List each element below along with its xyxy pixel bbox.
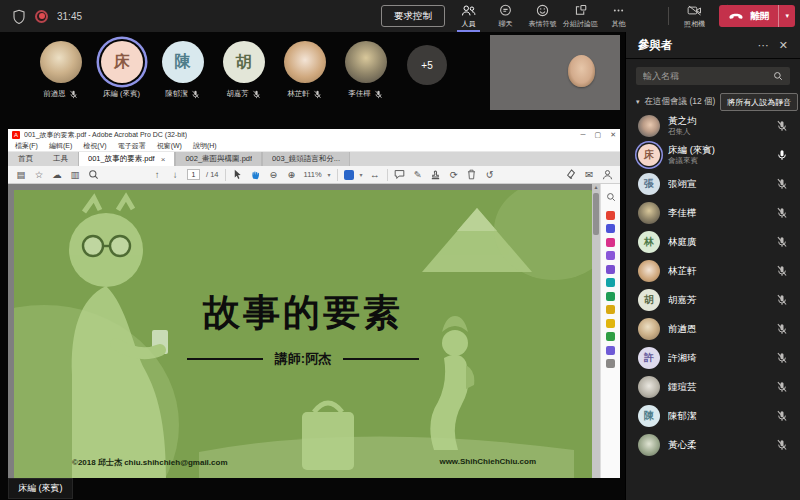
document-tab[interactable]: 002_畫面與構圖.pdf [175, 152, 262, 166]
document-tab[interactable]: 003_鏡頭語言和分... [262, 152, 350, 166]
account-icon[interactable] [601, 168, 613, 181]
cloud-icon[interactable]: ☁ [51, 168, 63, 181]
tab-people[interactable]: 人員 [450, 0, 487, 32]
menu-item[interactable]: 說明(H) [193, 141, 217, 151]
participant-tile[interactable]: 床 床編 (來賓) [91, 32, 152, 99]
mail-icon[interactable]: ✉ [583, 168, 595, 181]
participant-tile[interactable]: 陳 陳郁潔 [152, 32, 213, 99]
menu-item[interactable]: 電子簽署 [118, 141, 146, 151]
section-collapse-icon[interactable]: ▾ [636, 98, 640, 106]
mic-status-icon[interactable] [776, 207, 788, 219]
menu-item[interactable]: 編輯(E) [49, 141, 72, 151]
mic-status-icon[interactable] [776, 294, 788, 306]
participant-row[interactable]: 林 林庭廣 [626, 227, 800, 256]
organizer-video-tile[interactable] [490, 35, 620, 110]
participant-row[interactable]: 黃心柔 [626, 430, 800, 459]
comment-icon[interactable] [394, 168, 406, 181]
menu-item[interactable]: 視窗(W) [157, 141, 182, 151]
stamp-icon[interactable] [430, 168, 442, 181]
mic-status-icon[interactable] [776, 352, 788, 364]
mute-all-button[interactable]: 將所有人設為靜音 [720, 93, 798, 111]
mic-status-icon[interactable] [776, 120, 788, 132]
mic-status-icon[interactable] [776, 265, 788, 277]
rotate-icon[interactable]: ⟳ [448, 168, 460, 181]
camera-toggle-button[interactable]: 照相機 [676, 0, 713, 32]
zoom-out-icon[interactable]: ⊖ [268, 168, 280, 181]
comment-tool-icon[interactable] [606, 224, 615, 233]
participant-tile[interactable]: 前遒恩 [30, 32, 91, 99]
mic-status-icon[interactable] [776, 439, 788, 451]
compress-pdf-tool-icon[interactable] [606, 251, 615, 260]
tab-breakout-rooms[interactable]: 分組討論區 [561, 0, 600, 32]
more-tools-icon[interactable] [606, 359, 615, 368]
find-icon[interactable] [87, 168, 99, 181]
request-control-button[interactable]: 要求控制 [381, 5, 445, 27]
select-tool-icon[interactable] [232, 168, 244, 181]
participant-row[interactable]: 前遒恩 [626, 314, 800, 343]
menu-item[interactable]: 檢視(V) [83, 141, 106, 151]
leave-button[interactable]: 離開 ▾ [719, 5, 795, 27]
tab-more[interactable]: 其他 [600, 0, 637, 32]
maximize-button[interactable]: ▢ [595, 131, 602, 139]
edit-pdf-tool-icon[interactable] [606, 278, 615, 287]
zoom-level-select[interactable]: 111% [304, 170, 322, 179]
leave-options-chevron[interactable]: ▾ [778, 5, 795, 27]
previous-page-icon[interactable]: ↑ [151, 168, 163, 181]
participant-row[interactable]: 床 床編 (來賓) 會議來賓 [626, 140, 800, 169]
undo-icon[interactable]: ↺ [484, 168, 496, 181]
document-tab-active[interactable]: 001_故事的要素.pdf × [78, 152, 175, 166]
participant-row[interactable]: 許 許湘琦 [626, 343, 800, 372]
sign-icon[interactable] [565, 168, 577, 181]
search-input[interactable] [643, 71, 769, 81]
tab-home[interactable]: 首頁 [8, 152, 43, 166]
mic-status-icon[interactable] [776, 381, 788, 393]
page-view-icon[interactable] [344, 170, 354, 180]
participant-tile[interactable]: 李佳樺 [335, 32, 396, 99]
protect-tool-icon[interactable] [606, 346, 615, 355]
next-page-icon[interactable]: ↓ [169, 168, 181, 181]
page-number-input[interactable]: 1 [187, 169, 200, 180]
panel-more-icon[interactable]: ⋯ [758, 40, 769, 51]
mic-status-icon[interactable] [776, 410, 788, 422]
close-button[interactable]: ✕ [610, 131, 616, 139]
print-production-tool-icon[interactable] [606, 332, 615, 341]
search-tool-icon[interactable] [606, 188, 616, 206]
organize-pages-tool-icon[interactable] [606, 238, 615, 247]
participant-row[interactable]: 鍾瑄芸 [626, 372, 800, 401]
trash-icon[interactable] [466, 168, 478, 181]
fit-width-icon[interactable]: ↔ [369, 168, 381, 181]
participant-row[interactable]: 林芷軒 [626, 256, 800, 285]
print-icon[interactable]: ▥ [69, 168, 81, 181]
star-icon[interactable]: ☆ [33, 168, 45, 181]
tab-reactions[interactable]: 表情符號 [524, 0, 561, 32]
hand-tool-icon[interactable] [250, 168, 262, 181]
stamp-tool-icon[interactable] [606, 319, 615, 328]
minimize-button[interactable]: ─ [581, 131, 586, 139]
participant-tile[interactable]: 林芷軒 [274, 32, 335, 99]
mic-status-icon[interactable] [776, 236, 788, 248]
participant-row[interactable]: 胡 胡嘉芳 [626, 285, 800, 314]
mic-status-icon[interactable] [776, 149, 788, 161]
mic-status-icon[interactable] [776, 178, 788, 190]
participant-row[interactable]: 張 張翊宣 [626, 169, 800, 198]
fill-sign-tool-icon[interactable] [606, 265, 615, 274]
vertical-scrollbar[interactable]: ▲ [592, 184, 600, 478]
participant-row[interactable]: 黃之均 召集人 [626, 111, 800, 140]
overflow-participants-badge[interactable]: +5 [407, 45, 447, 85]
close-tab-icon[interactable]: × [161, 155, 166, 164]
participant-row[interactable]: 陳 陳郁潔 [626, 401, 800, 430]
tab-tools[interactable]: 工具 [43, 152, 78, 166]
zoom-in-icon[interactable]: ⊕ [286, 168, 298, 181]
participant-search[interactable] [636, 67, 790, 85]
scrollbar-thumb[interactable] [593, 193, 599, 235]
menu-item[interactable]: 檔案(F) [15, 141, 38, 151]
export-pdf-tool-icon[interactable] [606, 211, 615, 220]
tab-chat[interactable]: 聊天 [487, 0, 524, 32]
create-pdf-tool-icon[interactable] [606, 305, 615, 314]
participant-row[interactable]: 李佳樺 [626, 198, 800, 227]
save-file-icon[interactable]: ▤ [15, 168, 27, 181]
pencil-icon[interactable]: ✎ [412, 168, 424, 181]
participant-tile[interactable]: 胡 胡嘉芳 [213, 32, 274, 99]
export-office-tool-icon[interactable] [606, 292, 615, 301]
panel-close-icon[interactable]: ✕ [779, 40, 788, 51]
